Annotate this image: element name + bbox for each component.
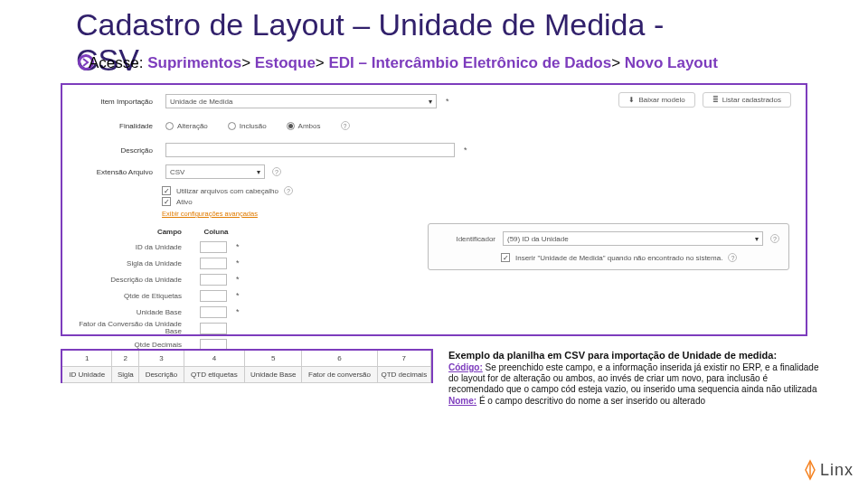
chevron-down-icon: ▾ (755, 235, 759, 243)
extension-label: Extensão Arquivo (79, 168, 158, 176)
col-input[interactable] (200, 258, 227, 269)
sheet-col-num: 5 (245, 351, 302, 367)
col-coluna: Coluna (200, 228, 232, 236)
breadcrumb-item: EDI – Intercâmbio Eletrônico de Dados (329, 54, 612, 71)
explanation-block: Exemplo da planilha em CSV para importaç… (448, 349, 819, 408)
advanced-config-link[interactable]: Exibir configurações avançadas (62, 210, 806, 218)
radio-inclusao[interactable]: Inclusão (228, 122, 267, 130)
nome-label: Nome: (448, 396, 476, 406)
description-label: Descrição (79, 146, 158, 155)
col-input[interactable] (200, 306, 227, 318)
item-import-select[interactable]: Unidade de Medida ▾ (165, 94, 437, 108)
sheet-col-num: 1 (62, 351, 112, 367)
sheet-header: Fator de conversão (302, 367, 377, 383)
sheet-header: Descrição (139, 367, 184, 383)
identifier-panel: Identificador (59) ID da Unidade ▾ ? ✓ I… (428, 223, 789, 270)
nome-text: É o campo descritivo do nome a ser inser… (479, 396, 705, 406)
sheet-col-num: 3 (139, 351, 184, 367)
description-input[interactable] (165, 143, 455, 157)
codigo-text: Se preenchido este campo, e a informação… (448, 362, 818, 394)
checkbox-use-header[interactable]: ✓Utilizar arquivos com cabeçalho ? (162, 186, 806, 195)
sheet-col-num: 4 (184, 351, 245, 367)
checkbox-insert-when-missing[interactable]: ✓ (501, 253, 510, 262)
logo-mark-icon (802, 459, 818, 481)
linx-logo: Linx (802, 459, 854, 481)
breadcrumb-item: Suprimentos (147, 54, 241, 71)
table-row: Descrição da Unidade* (75, 271, 806, 287)
extension-select[interactable]: CSV ▾ (165, 164, 265, 179)
help-icon[interactable]: ? (728, 253, 737, 262)
explain-title: Exemplo da planilha em CSV para importaç… (448, 350, 819, 361)
chevron-down-icon: ▾ (257, 168, 260, 176)
sheet-col-num: 2 (112, 351, 139, 367)
radio-alteracao[interactable]: Alteração (165, 122, 208, 130)
codigo-label: Código: (448, 362, 483, 372)
identifier-select[interactable]: (59) ID da Unidade ▾ (503, 231, 763, 246)
list-icon: ≣ (712, 96, 719, 104)
breadcrumb-item: Estoque (255, 54, 316, 71)
list-registered-button[interactable]: ≣ Listar cadastrados (703, 92, 791, 108)
sheet-col-num: 6 (302, 351, 377, 367)
sheet-header: ID Unidade (62, 367, 112, 383)
sheet-header: Unidade Base (245, 367, 302, 383)
item-import-label: Item Importação (79, 98, 158, 106)
col-campo: Campo (75, 228, 200, 236)
help-icon[interactable]: ? (284, 186, 293, 195)
help-icon[interactable]: ? (272, 167, 281, 176)
col-input[interactable] (200, 274, 227, 286)
help-icon[interactable]: ? (770, 234, 779, 243)
breadcrumb: Acesse: Suprimentos> Estoque> EDI – Inte… (89, 54, 718, 72)
download-icon: ⬇ (628, 96, 635, 104)
table-row: Unidade Base* (75, 304, 806, 320)
download-model-button[interactable]: ⬇ Baixar modelo (618, 92, 694, 108)
sheet-header: QTD decimais (378, 367, 431, 383)
col-input[interactable] (200, 241, 227, 253)
sheet-col-num: 7 (378, 351, 431, 367)
col-input[interactable] (200, 323, 227, 334)
checkbox-active[interactable]: ✓Ativo (162, 197, 806, 206)
purpose-radio-group: Alteração Inclusão Ambos ? (165, 121, 350, 130)
sheet-header: QTD etiquetas (184, 367, 245, 383)
table-row: Qtde de Etiquetas* (75, 287, 806, 304)
help-icon[interactable]: ? (341, 121, 350, 130)
col-input[interactable] (200, 290, 227, 302)
breadcrumb-item: Novo Layout (625, 54, 718, 71)
chevron-down-icon: ▾ (429, 98, 432, 106)
purpose-label: Finalidade (79, 122, 158, 130)
identifier-label: Identificador (438, 235, 495, 243)
breadcrumb-prefix: Acesse: (89, 54, 143, 71)
table-row: Fator da Conversão da Unidade Base (75, 320, 806, 336)
sheet-header: Sigla (112, 367, 139, 383)
sample-spreadsheet: 1 2 3 4 5 6 7 ID Unidade Sigla Descrição… (61, 349, 433, 383)
form-panel: ⬇ Baixar modelo ≣ Listar cadastrados Ite… (61, 83, 807, 336)
radio-ambos[interactable]: Ambos (287, 122, 321, 130)
